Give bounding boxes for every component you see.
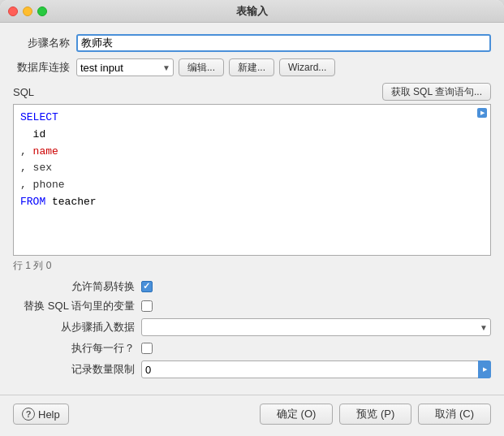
insert-from-step-select-wrapper: ▼ — [141, 318, 491, 336]
help-button[interactable]: ? Help — [13, 404, 69, 425]
record-limit-input[interactable] — [141, 360, 491, 378]
record-limit-row: 记录数量限制 — [13, 360, 491, 378]
db-select-wrapper: test input ▼ — [76, 58, 174, 76]
allow-simple-convert-label: 允许简易转换 — [13, 279, 135, 294]
help-icon: ? — [22, 408, 35, 421]
step-name-label: 步骤名称 — [13, 36, 70, 50]
db-connection-label: 数据库连接 — [13, 60, 70, 75]
record-limit-label: 记录数量限制 — [13, 362, 135, 377]
sql-header-row: SQL 获取 SQL 查询语句... — [13, 83, 491, 101]
step-name-row: 步骤名称 — [13, 34, 491, 52]
preview-button[interactable]: 预览 (P) — [339, 404, 411, 425]
execute-each-row-checkbox[interactable] — [141, 343, 153, 354]
insert-from-step-select[interactable] — [141, 318, 491, 336]
new-button[interactable]: 新建... — [229, 58, 274, 76]
allow-simple-convert-checkbox[interactable] — [141, 281, 153, 292]
sql-status: 行 1 列 0 — [13, 259, 491, 273]
content-area: 步骤名称 数据库连接 test input ▼ 编辑... 新建... Wiza… — [0, 23, 504, 395]
help-label: Help — [38, 408, 60, 421]
record-limit-wrapper — [141, 360, 491, 378]
replace-sql-vars-checkbox[interactable] — [141, 300, 153, 312]
close-button[interactable] — [8, 6, 18, 16]
db-connection-controls: test input ▼ 编辑... 新建... Wizard... — [76, 58, 491, 76]
wizard-button[interactable]: Wizard... — [279, 58, 335, 76]
replace-sql-vars-label: 替换 SQL 语句里的变量 — [13, 299, 135, 313]
titlebar: 表输入 — [0, 0, 504, 23]
db-connection-row: 数据库连接 test input ▼ 编辑... 新建... Wizard... — [13, 58, 491, 76]
edit-button[interactable]: 编辑... — [179, 58, 224, 76]
get-sql-button[interactable]: 获取 SQL 查询语句... — [382, 83, 491, 101]
insert-from-step-label: 从步骤插入数据 — [13, 320, 135, 335]
main-window: 表输入 步骤名称 数据库连接 test input ▼ 编辑... 新建... … — [0, 0, 504, 436]
options-section: 允许简易转换 替换 SQL 语句里的变量 从步骤插入数据 ▼ — [13, 279, 491, 378]
execute-each-row-row: 执行每一行？ — [13, 341, 491, 356]
minimize-button[interactable] — [23, 6, 32, 16]
traffic-lights — [8, 6, 47, 16]
step-name-input[interactable] — [76, 34, 491, 52]
allow-simple-convert-row: 允许简易转换 — [13, 279, 491, 294]
bottom-bar: ? Help 确定 (O) 预览 (P) 取消 (C) — [0, 395, 504, 433]
sql-editor-wrapper: SELECT id , name , sex , phone FROM teac… — [13, 104, 491, 256]
maximize-button[interactable] — [37, 6, 47, 16]
db-connection-select[interactable]: test input — [76, 58, 174, 76]
execute-each-row-label: 执行每一行？ — [13, 341, 135, 356]
sql-label: SQL — [13, 86, 34, 98]
insert-from-step-row: 从步骤插入数据 ▼ — [13, 318, 491, 336]
replace-sql-vars-row: 替换 SQL 语句里的变量 — [13, 299, 491, 313]
window-title: 表输入 — [236, 4, 268, 19]
record-limit-spin-icon[interactable] — [478, 360, 491, 378]
confirm-button[interactable]: 确定 (O) — [260, 404, 333, 425]
watermark: https://blog.csdn.net/weixin_43770349 — [0, 433, 504, 436]
sql-scroll-indicator[interactable] — [477, 108, 487, 118]
sql-editor[interactable]: SELECT id , name , sex , phone FROM teac… — [14, 105, 490, 255]
cancel-button[interactable]: 取消 (C) — [418, 404, 491, 425]
